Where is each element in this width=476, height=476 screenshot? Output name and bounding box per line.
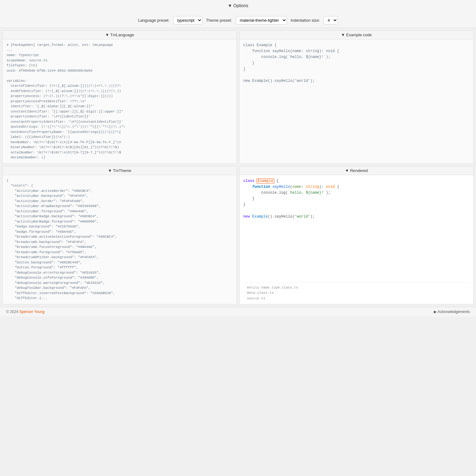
example-code-panel: ▼ Example code class Example { function …	[239, 30, 474, 164]
example-code-header: ▼ Example code	[240, 31, 473, 39]
acknowledgements-button[interactable]: ▶ Acknowledgements	[434, 310, 470, 314]
options-title: ▼ Options	[6, 3, 470, 8]
rendered-content[interactable]: class Example { function sayHello(name: …	[240, 175, 473, 304]
indentation-size-select[interactable]: 2 4 8	[324, 16, 338, 24]
example-code-content[interactable]: class Example { function sayHello(name: …	[240, 39, 473, 163]
rendered-footer-line-3: source.ts	[247, 296, 466, 302]
example-code-text: class Example { function sayHello(name: …	[243, 42, 469, 84]
tm-theme-content[interactable]: { "colors": { "activityBar.activeBorder"…	[3, 175, 236, 304]
tm-theme-text: { "colors": { "activityBar.activeBorder"…	[7, 178, 233, 301]
tm-theme-panel: ▼ TmTheme { "colors": { "activityBar.act…	[2, 166, 237, 304]
footer: © 2024 Spencer Young ▶ Acknowledgements	[0, 307, 476, 316]
options-bar: ▼ Options Language preset: typescript ja…	[0, 0, 476, 28]
language-preset-select[interactable]: typescript javascript python ruby go	[173, 16, 202, 24]
tml-language-text: # [PackageDev] target_format: plist, ext…	[7, 42, 233, 160]
footer-copyright: © 2024 Spencer Young	[6, 310, 45, 314]
tml-language-header: ▼ TmLanguage	[3, 31, 236, 39]
tml-language-panel: ▼ TmLanguage # [PackageDev] target_forma…	[2, 30, 237, 164]
tm-theme-header: ▼ TmTheme	[3, 166, 236, 175]
rendered-header: ▼ Rendered	[240, 166, 473, 175]
indentation-size-label: Indentation size:	[291, 18, 320, 23]
main-grid: ▼ TmLanguage # [PackageDev] target_forma…	[0, 28, 476, 307]
tml-language-content[interactable]: # [PackageDev] target_format: plist, ext…	[3, 39, 236, 163]
language-preset-label: Language preset:	[138, 18, 170, 23]
footer-author-link[interactable]: Spencer Young	[19, 310, 44, 314]
rendered-footer-line-2: meta.class.ts	[247, 290, 466, 296]
rendered-code-text: class Example { function sayHello(name: …	[243, 178, 469, 282]
theme-preset-label: Theme preset:	[206, 18, 232, 23]
rendered-footer: entity.name.type.class.ts meta.class.ts …	[243, 282, 469, 304]
rendered-footer-line-1: entity.name.type.class.ts	[247, 285, 466, 291]
options-row: Language preset: typescript javascript p…	[138, 16, 338, 24]
rendered-panel: ▼ Rendered class Example { function sayH…	[239, 166, 474, 304]
theme-preset-select[interactable]: material-theme-lighter material-theme da…	[236, 16, 287, 24]
